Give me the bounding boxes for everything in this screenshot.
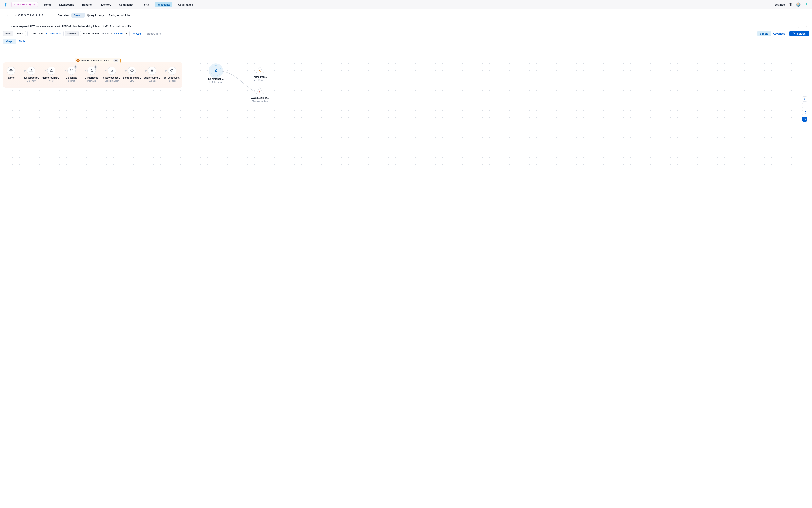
nav-alerts[interactable]: Alerts xyxy=(140,2,151,7)
sub-tabs: Overview Search Query Library Background… xyxy=(55,13,133,18)
plus-icon xyxy=(133,32,135,35)
query-title-row: Internet exposed AWS compute instance wi… xyxy=(0,21,812,31)
graph-canvas[interactable]: AWS EC2 instance that is... 11 Interneti… xyxy=(3,47,809,170)
ai-assistant-icon[interactable] xyxy=(804,2,809,7)
node-subtitle: EC2 Instance xyxy=(209,81,222,83)
graph-controls: + − xyxy=(802,96,807,122)
search-button[interactable]: Search xyxy=(790,31,809,36)
fullscreen-button[interactable] xyxy=(802,110,807,115)
node-title: 2 Subnets xyxy=(66,77,77,79)
add-condition-button[interactable]: Add xyxy=(131,32,143,35)
nav-dashboards[interactable]: Dashboards xyxy=(57,2,76,7)
investigate-icon xyxy=(5,13,9,17)
reset-query-button[interactable]: Reset Query xyxy=(144,32,163,35)
node-subtitle: Subnet xyxy=(68,80,75,82)
nav-compliance[interactable]: Compliance xyxy=(117,2,135,7)
user-avatar[interactable] xyxy=(796,2,801,7)
view-table[interactable]: Table xyxy=(16,39,28,44)
subtab-search[interactable]: Search xyxy=(72,13,85,18)
node-subtitle: VPC xyxy=(130,80,134,82)
node-title: igw-08bd9fbf... xyxy=(23,77,40,79)
nav-links: Home Dashboards Reports Inventory Compli… xyxy=(42,2,195,7)
node-title: demo-foundat... xyxy=(42,77,60,79)
node-badge: 2 xyxy=(94,66,97,69)
node-igw[interactable]: igw-08bd9fbf...Gateway xyxy=(22,67,40,82)
node-subtitle: Load Balancer xyxy=(105,80,119,82)
keyword-where: WHERE xyxy=(65,31,79,36)
app-switcher-label: Cloud Security xyxy=(14,3,31,6)
view-toggle-row: Graph Table xyxy=(0,38,812,44)
zoom-out-button[interactable]: − xyxy=(802,103,807,108)
node-title: AWS EC2 inst... xyxy=(251,96,269,99)
query-builder: FIND Asset Asset Type : EC2 Instance WHE… xyxy=(0,31,812,38)
node-vpc1[interactable]: demo-foundat...VPC xyxy=(42,67,60,82)
nav-inventory[interactable]: Inventory xyxy=(98,2,113,7)
svg-line-4 xyxy=(8,16,8,16)
node-ifaces[interactable]: 22 InterfacesInterface xyxy=(83,67,100,82)
node-title: Traffic from... xyxy=(253,76,267,78)
app-switcher[interactable]: Cloud Security xyxy=(11,2,38,7)
node-subtitle: Initial Access xyxy=(254,79,266,81)
node-title: b4299fa3e3gc... xyxy=(103,77,121,79)
node-vpc2[interactable]: demo-foundat...VPC xyxy=(123,67,141,82)
recenter-button[interactable] xyxy=(802,117,807,122)
nav-reports[interactable]: Reports xyxy=(80,2,93,7)
mode-advanced[interactable]: Advanced xyxy=(771,31,787,36)
node-ec2[interactable]: pc-national-...EC2 Instance xyxy=(207,66,225,83)
node-title: public-subne... xyxy=(144,77,161,79)
chip-finding[interactable]: Finding Name contains all 3 values ✕ xyxy=(80,31,130,36)
subtab-overview[interactable]: Overview xyxy=(55,13,72,18)
zoom-in-button[interactable]: + xyxy=(802,96,807,101)
settings-link[interactable]: Settings xyxy=(775,3,785,6)
svg-rect-8 xyxy=(804,25,805,26)
group-chip-count: 11 xyxy=(114,59,119,62)
view-graph[interactable]: Graph xyxy=(3,39,16,44)
undo-button[interactable] xyxy=(796,24,800,29)
chevron-down-icon xyxy=(806,25,808,28)
subtab-background-jobs[interactable]: Background Jobs xyxy=(106,13,133,18)
node-internet[interactable]: Internet xyxy=(3,67,20,79)
product-logo[interactable] xyxy=(3,2,8,7)
node-subtitle: Gateway xyxy=(27,80,35,82)
separator xyxy=(49,13,49,18)
chevron-down-icon xyxy=(33,4,35,6)
nav-governance[interactable]: Governance xyxy=(176,2,195,7)
group-chip[interactable]: AWS EC2 instance that is... 11 xyxy=(75,58,121,63)
docs-icon[interactable] xyxy=(788,2,793,7)
node-subtitle: Subnet xyxy=(149,80,155,82)
keyword-find: FIND xyxy=(3,31,13,36)
node-subnets[interactable]: 22 SubnetsSubnet xyxy=(62,67,80,82)
svg-point-3 xyxy=(7,15,8,16)
chip-asset-type[interactable]: Asset Type : EC2 Instance xyxy=(28,31,63,36)
mode-simple[interactable]: Simple xyxy=(758,31,771,36)
subtab-query-library[interactable]: Query Library xyxy=(85,13,106,18)
query-title: Internet exposed AWS compute instance wi… xyxy=(10,25,131,28)
node-eni[interactable]: eni-0eede0ee...Interface xyxy=(163,67,181,82)
node-badge: 2 xyxy=(74,66,77,69)
nav-right: Settings xyxy=(775,2,809,7)
globe-warn-icon xyxy=(77,59,80,62)
nav-investigate[interactable]: Investigate xyxy=(155,2,172,7)
svg-point-10 xyxy=(793,33,795,34)
remove-finding-icon[interactable]: ✕ xyxy=(125,32,127,35)
node-traffic[interactable]: Traffic from...Initial Access xyxy=(251,66,269,81)
top-nav: Cloud Security Home Dashboards Reports I… xyxy=(0,0,812,9)
node-miscfg[interactable]: AWS EC2 inst...Misconfiguration xyxy=(251,87,269,102)
query-icon xyxy=(4,25,8,28)
node-subtitle: VPC xyxy=(49,80,54,82)
node-lb[interactable]: b4299fa3e3gc...Load Balancer xyxy=(103,67,121,82)
node-subtitle: Misconfiguration xyxy=(252,100,268,102)
svg-line-11 xyxy=(794,34,795,35)
svg-rect-24 xyxy=(805,119,805,119)
view-toggle: Graph Table xyxy=(3,39,28,44)
node-subtitle: Interface xyxy=(168,80,177,82)
group-chip-label: AWS EC2 instance that is... xyxy=(81,59,112,62)
save-menu-button[interactable] xyxy=(803,24,808,29)
node-subtitle: Interface xyxy=(87,80,96,82)
svg-rect-9 xyxy=(804,27,805,27)
page-name: INVESTIGATE xyxy=(13,14,45,17)
node-title: eni-0eede0ee... xyxy=(164,77,180,79)
nav-home[interactable]: Home xyxy=(42,2,53,7)
chip-asset[interactable]: Asset xyxy=(15,31,26,36)
node-subnet2[interactable]: public-subne...Subnet xyxy=(143,67,161,82)
